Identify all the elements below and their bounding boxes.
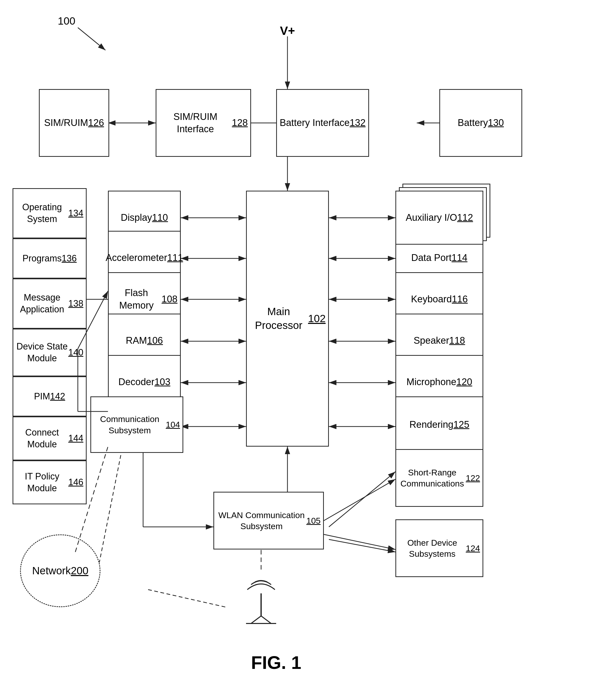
device-state-box: Device State Module 140 <box>12 329 87 376</box>
antenna-icon <box>236 570 286 625</box>
battery-box: Battery 130 <box>440 89 522 157</box>
svg-line-37 <box>324 535 395 549</box>
diagram: 100 V+ <box>0 0 595 700</box>
sim-ruim-interface-box: SIM/RUIM Interface 128 <box>155 89 251 157</box>
wlan-box: WLAN Communication Subsystem 105 <box>214 492 324 549</box>
os-box: Operating System 134 <box>12 188 87 238</box>
svg-line-27 <box>329 540 395 552</box>
it-policy-box: IT Policy Module 146 <box>12 460 87 504</box>
programs-box: Programs 136 <box>12 238 87 278</box>
rendering-box: Rendering 125 <box>395 396 483 453</box>
comm-subsystem-box: Communication Subsystem 104 <box>90 396 183 453</box>
connect-module-box: Connect Module 144 <box>12 417 87 460</box>
svg-line-32 <box>261 616 271 623</box>
svg-line-26 <box>329 472 395 527</box>
battery-interface-box: Battery Interface 132 <box>276 89 369 157</box>
network-box: Network 200 <box>20 535 101 607</box>
auxiliary-io-stack: Auxiliary I/O 112 <box>395 191 483 245</box>
short-range-box: Short-Range Communications 122 <box>395 449 483 507</box>
figure-label: FIG. 1 <box>226 652 327 673</box>
vplus-label: V+ <box>280 24 295 38</box>
svg-line-28 <box>98 444 123 570</box>
ref-100-label: 100 <box>58 15 75 27</box>
svg-line-4 <box>78 28 106 50</box>
main-processor-box: Main Processor 102 <box>246 191 329 447</box>
svg-line-29 <box>148 589 226 607</box>
sim-ruim-box: SIM/RUIM 126 <box>39 89 109 157</box>
other-device-box: Other Device Subsystems 124 <box>395 519 483 577</box>
message-app-box: Message Application 138 <box>12 278 87 329</box>
svg-line-31 <box>251 616 261 623</box>
pim-box: PIM 142 <box>12 376 87 417</box>
svg-line-36 <box>324 479 395 521</box>
